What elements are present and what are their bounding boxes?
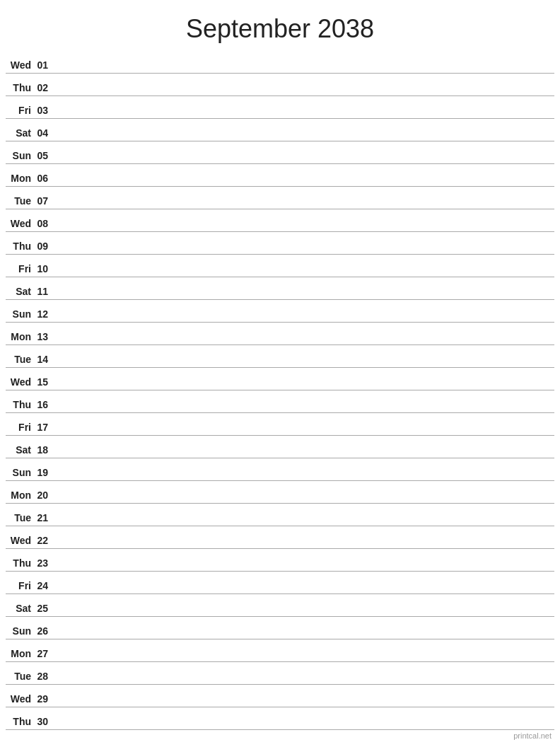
calendar-row: Sat04 bbox=[6, 119, 554, 141]
calendar-row: Thu09 bbox=[6, 232, 554, 255]
calendar-row: Sun05 bbox=[6, 141, 554, 164]
day-number: 09 bbox=[34, 241, 54, 254]
day-name: Fri bbox=[6, 580, 34, 593]
calendar-row: Sun12 bbox=[6, 300, 554, 323]
calendar-row: Sat25 bbox=[6, 594, 554, 617]
calendar-row: Wed08 bbox=[6, 209, 554, 232]
calendar-row: Sat11 bbox=[6, 277, 554, 300]
calendar-row: Tue07 bbox=[6, 187, 554, 209]
day-name: Thu bbox=[6, 557, 34, 571]
day-name: Mon bbox=[6, 648, 34, 661]
calendar-row: Wed22 bbox=[6, 526, 554, 549]
calendar-row: Mon20 bbox=[6, 481, 554, 504]
day-number: 05 bbox=[34, 150, 54, 163]
calendar-row: Fri17 bbox=[6, 413, 554, 436]
calendar-row: Wed01 bbox=[6, 51, 554, 74]
day-number: 28 bbox=[34, 671, 54, 684]
day-number: 16 bbox=[34, 399, 54, 412]
day-number: 20 bbox=[34, 490, 54, 503]
day-name: Mon bbox=[6, 331, 34, 344]
day-number: 08 bbox=[34, 218, 54, 231]
day-name: Tue bbox=[6, 354, 34, 367]
day-name: Sat bbox=[6, 127, 34, 141]
day-number: 24 bbox=[34, 580, 54, 593]
calendar-row: Mon06 bbox=[6, 164, 554, 187]
day-name: Fri bbox=[6, 263, 34, 277]
day-name: Sat bbox=[6, 603, 34, 616]
day-name: Tue bbox=[6, 671, 34, 684]
day-number: 23 bbox=[34, 557, 54, 571]
day-name: Sun bbox=[6, 308, 34, 322]
calendar-row: Fri10 bbox=[6, 255, 554, 277]
day-name: Thu bbox=[6, 716, 34, 729]
day-number: 14 bbox=[34, 354, 54, 367]
page-title: September 2038 bbox=[0, 0, 560, 51]
calendar-row: Sun19 bbox=[6, 458, 554, 481]
calendar-row: Thu16 bbox=[6, 390, 554, 413]
day-name: Thu bbox=[6, 241, 34, 254]
day-name: Wed bbox=[6, 218, 34, 231]
calendar-row: Thu23 bbox=[6, 549, 554, 572]
day-number: 07 bbox=[34, 195, 54, 209]
day-number: 29 bbox=[34, 693, 54, 707]
day-name: Sat bbox=[6, 444, 34, 458]
calendar-row: Mon27 bbox=[6, 639, 554, 662]
day-number: 15 bbox=[34, 376, 54, 390]
day-name: Wed bbox=[6, 59, 34, 73]
calendar-row: Wed29 bbox=[6, 685, 554, 707]
day-number: 12 bbox=[34, 308, 54, 322]
calendar-row: Fri24 bbox=[6, 572, 554, 594]
day-number: 27 bbox=[34, 648, 54, 661]
calendar-row: Tue28 bbox=[6, 662, 554, 685]
day-name: Sat bbox=[6, 286, 34, 299]
calendar-row: Tue21 bbox=[6, 504, 554, 526]
day-number: 02 bbox=[34, 82, 54, 95]
day-name: Sun bbox=[6, 467, 34, 480]
day-number: 17 bbox=[34, 422, 54, 435]
day-number: 13 bbox=[34, 331, 54, 344]
calendar-row: Thu02 bbox=[6, 74, 554, 96]
calendar-row: Thu30 bbox=[6, 707, 554, 730]
day-number: 21 bbox=[34, 512, 54, 526]
calendar-row: Sun26 bbox=[6, 617, 554, 639]
calendar-row: Sat18 bbox=[6, 436, 554, 458]
day-number: 26 bbox=[34, 625, 54, 639]
day-number: 10 bbox=[34, 263, 54, 277]
day-name: Tue bbox=[6, 195, 34, 209]
day-number: 30 bbox=[34, 716, 54, 729]
day-name: Sun bbox=[6, 150, 34, 163]
day-name: Wed bbox=[6, 693, 34, 707]
watermark: printcal.net bbox=[513, 731, 552, 740]
calendar-row: Tue14 bbox=[6, 345, 554, 368]
day-name: Wed bbox=[6, 535, 34, 548]
day-number: 11 bbox=[34, 286, 54, 299]
day-number: 01 bbox=[34, 59, 54, 73]
day-number: 19 bbox=[34, 467, 54, 480]
calendar-row: Fri03 bbox=[6, 96, 554, 119]
day-number: 25 bbox=[34, 603, 54, 616]
day-name: Fri bbox=[6, 422, 34, 435]
calendar-row: Wed15 bbox=[6, 368, 554, 390]
day-number: 22 bbox=[34, 535, 54, 548]
day-number: 18 bbox=[34, 444, 54, 458]
day-number: 06 bbox=[34, 173, 54, 186]
day-name: Mon bbox=[6, 490, 34, 503]
day-name: Tue bbox=[6, 512, 34, 526]
day-name: Thu bbox=[6, 399, 34, 412]
day-name: Wed bbox=[6, 376, 34, 390]
calendar-row: Mon13 bbox=[6, 323, 554, 345]
day-number: 03 bbox=[34, 105, 54, 118]
day-name: Mon bbox=[6, 173, 34, 186]
day-name: Fri bbox=[6, 105, 34, 118]
day-number: 04 bbox=[34, 127, 54, 141]
day-name: Thu bbox=[6, 82, 34, 95]
day-name: Sun bbox=[6, 625, 34, 639]
calendar-grid: Wed01Thu02Fri03Sat04Sun05Mon06Tue07Wed08… bbox=[0, 51, 560, 730]
